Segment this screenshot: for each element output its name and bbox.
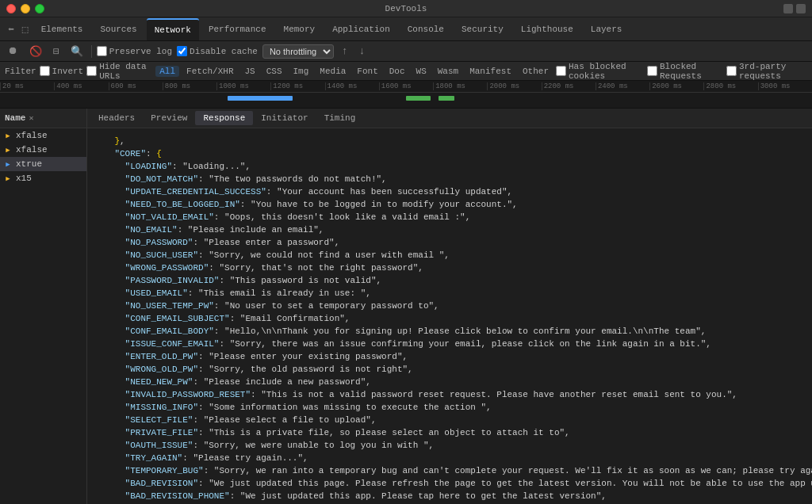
- filter-bar: Filter Invert Hide data URLs All Fetch/X…: [0, 62, 812, 81]
- search-icon[interactable]: 🔍: [67, 44, 86, 59]
- filter-type-fetch[interactable]: Fetch/XHR: [182, 66, 237, 77]
- code-line: "LOADING": "Loading...",: [94, 160, 806, 173]
- tab-sources[interactable]: Sources: [92, 18, 144, 40]
- code-area: }, "CORE": { "LOADING": "Loading...", "D…: [87, 132, 812, 501]
- blocked-cookies-checkbox[interactable]: Has blocked cookies: [556, 62, 641, 81]
- content-wrapper: }, "CORE": { "LOADING": "Loading...", "D…: [87, 132, 812, 501]
- tab-console[interactable]: Console: [400, 18, 452, 40]
- tab-performance[interactable]: Performance: [201, 18, 274, 40]
- hide-data-urls-input[interactable]: [86, 66, 97, 76]
- code-line: "TEMPORARY_BUG": "Sorry, we ran into a t…: [94, 464, 806, 477]
- filter-label: Filter: [5, 67, 36, 76]
- disable-cache-label: Disable cache: [190, 47, 258, 56]
- import-icon[interactable]: ↑: [339, 44, 351, 59]
- code-line: "CORE": {: [94, 147, 806, 160]
- record-icon[interactable]: ⏺: [5, 44, 21, 59]
- code-line: "INVALID_PASSWORD_RESET": "This is not a…: [94, 388, 806, 401]
- file-icon-4: ▶: [3, 174, 13, 183]
- tab-response[interactable]: Response: [195, 111, 253, 125]
- file-item-2[interactable]: ▶ xfalse: [0, 143, 86, 157]
- close-filter-icon[interactable]: ✕: [29, 113, 33, 123]
- throttle-select[interactable]: No throttling: [262, 44, 334, 59]
- tick-2400: 2400 ms: [596, 82, 649, 90]
- export-icon[interactable]: ↓: [356, 44, 369, 59]
- disable-cache-input[interactable]: [177, 46, 187, 56]
- filter-type-all[interactable]: All: [155, 66, 179, 77]
- code-line: "NEED_TO_BE_LOGGED_IN": "You have to be …: [94, 198, 806, 211]
- file-icon-1: ▶: [3, 131, 13, 140]
- disable-cache-checkbox[interactable]: Disable cache: [177, 46, 258, 56]
- file-item-3[interactable]: ▶ xtrue: [0, 157, 86, 171]
- tab-timing[interactable]: Timing: [316, 111, 364, 125]
- invert-input[interactable]: [40, 66, 50, 76]
- tab-headers[interactable]: Headers: [90, 111, 143, 125]
- filter-type-js[interactable]: JS: [241, 66, 259, 77]
- blocked-cookies-input[interactable]: [556, 66, 566, 76]
- tick-2200: 2200 ms: [542, 82, 596, 90]
- filter-type-other[interactable]: Other: [519, 66, 553, 77]
- close-button[interactable]: [6, 4, 16, 13]
- third-party-checkbox[interactable]: 3rd-party requests: [726, 62, 807, 81]
- left-panel-header: Name ✕: [0, 109, 86, 128]
- code-line: "WRONG_PASSWORD": "Sorry, that's not the…: [94, 262, 806, 274]
- tab-lighthouse[interactable]: Lighthouse: [513, 18, 581, 40]
- filter-type-doc[interactable]: Doc: [385, 66, 409, 77]
- tick-400: 400 ms: [54, 82, 108, 90]
- filter-type-img[interactable]: Img: [289, 66, 313, 77]
- code-line: "USED_EMAIL": "This email is already in …: [94, 287, 806, 300]
- filter-type-font[interactable]: Font: [353, 66, 381, 77]
- code-line: "DO_NOT_MATCH": "The two passwords do no…: [94, 173, 806, 185]
- timeline-ruler: 20 ms 400 ms 600 ms 800 ms 1000 ms 1200 …: [0, 81, 812, 93]
- settings-button[interactable]: [796, 4, 806, 13]
- blocked-requests-input[interactable]: [647, 66, 657, 76]
- filter-type-manifest[interactable]: Manifest: [465, 66, 515, 77]
- filter-icon[interactable]: ⊟: [50, 44, 63, 59]
- code-line: "NO_PASSWORD": "Please enter a password"…: [94, 236, 806, 249]
- tick-1400: 1400 ms: [325, 82, 379, 90]
- timeline-area[interactable]: 20 ms 400 ms 600 ms 800 ms 1000 ms 1200 …: [0, 81, 812, 109]
- code-line: "TRY_AGAIN": "Please try again...",: [94, 452, 806, 464]
- clear-icon[interactable]: 🚫: [26, 44, 45, 59]
- tab-network[interactable]: Network: [147, 18, 199, 40]
- code-line: "NO_SUCH_USER": "Sorry, we could not fin…: [94, 249, 806, 262]
- tab-application[interactable]: Application: [324, 18, 398, 40]
- code-line: },: [94, 135, 806, 147]
- invert-checkbox[interactable]: Invert: [40, 66, 84, 76]
- third-party-label: 3rd-party requests: [739, 62, 807, 81]
- minimize-button[interactable]: [21, 4, 30, 13]
- file-item-1[interactable]: ▶ xfalse: [0, 128, 86, 143]
- tab-elements[interactable]: Elements: [33, 18, 91, 40]
- code-line: "MISSING_INFO": "Some information was mi…: [94, 401, 806, 414]
- tab-layers[interactable]: Layers: [583, 18, 630, 40]
- filter-type-ws[interactable]: WS: [412, 66, 431, 77]
- preserve-log-input[interactable]: [97, 46, 107, 56]
- inspect-icon[interactable]: ⬚: [19, 21, 32, 37]
- file-list: ▶ xfalse ▶ xfalse ▶ xtrue ▶ x15: [0, 128, 86, 504]
- code-line: "CONF_EMAIL_SUBJECT": "Email Confirmatio…: [94, 312, 806, 325]
- devtools-tab-bar: ⬅ ⬚ Elements Sources Network Performance…: [0, 17, 812, 41]
- third-party-input[interactable]: [726, 66, 737, 76]
- blocked-requests-checkbox[interactable]: Blocked Requests: [647, 62, 720, 81]
- main-content: Name ✕ ▶ xfalse ▶ xfalse ▶ xtrue ▶ x15: [0, 109, 812, 504]
- tick-2000: 2000 ms: [487, 82, 541, 90]
- traffic-lights: [6, 4, 44, 13]
- tab-preview[interactable]: Preview: [143, 111, 195, 125]
- filter-type-media[interactable]: Media: [316, 66, 350, 77]
- preserve-log-checkbox[interactable]: Preserve log: [97, 46, 172, 56]
- file-item-4[interactable]: ▶ x15: [0, 171, 86, 185]
- title-bar: DevTools: [0, 0, 812, 17]
- timeline-bar-2: [406, 96, 431, 101]
- tab-security[interactable]: Security: [454, 18, 511, 40]
- filter-type-css[interactable]: CSS: [262, 66, 286, 77]
- tick-1800: 1800 ms: [433, 82, 487, 90]
- response-content[interactable]: }, "CORE": { "LOADING": "Loading...", "D…: [87, 128, 812, 504]
- hide-data-urls-checkbox[interactable]: Hide data URLs: [86, 62, 152, 81]
- code-line: "SELECT_FILE": "Please select a file to …: [94, 414, 806, 426]
- tab-initiator[interactable]: Initiator: [253, 111, 316, 125]
- dock-button[interactable]: [783, 4, 793, 13]
- tab-memory[interactable]: Memory: [276, 18, 324, 40]
- filter-type-wasm[interactable]: Wasm: [434, 66, 462, 77]
- maximize-button[interactable]: [35, 4, 44, 13]
- back-icon[interactable]: ⬅: [5, 21, 17, 37]
- tick-1600: 1600 ms: [379, 82, 433, 90]
